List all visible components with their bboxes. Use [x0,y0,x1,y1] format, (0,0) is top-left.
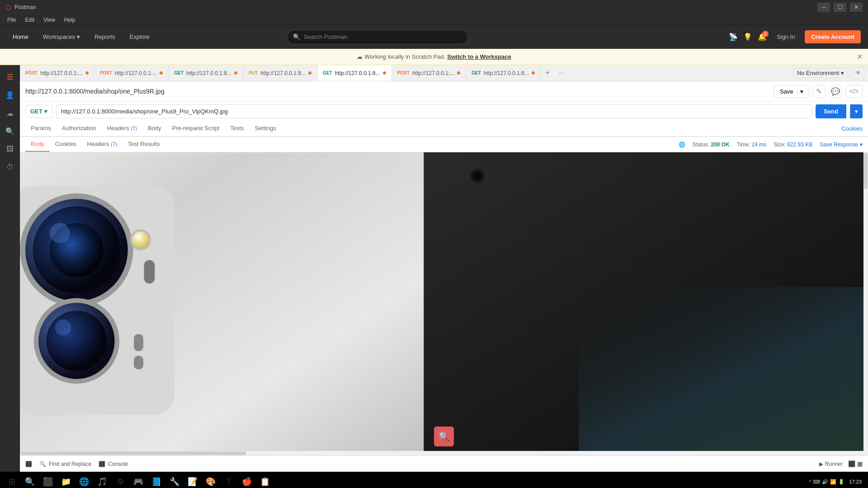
search-icon: 🔍 [293,33,300,40]
req-tab-settings[interactable]: Settings [250,121,282,136]
edit-icon[interactable]: ✎ [813,85,826,98]
svg-point-6 [50,223,70,244]
banner-close[interactable]: ✕ [857,52,863,61]
time-label: Time: 24 ms [737,141,767,148]
req-tab-authorization[interactable]: Authorization [57,121,102,136]
sign-in-link[interactable]: Sign In [772,31,799,43]
minimize-button[interactable]: ─ [817,3,830,12]
taskbar-app8[interactable]: T [221,474,237,488]
sidebar-icon-search[interactable]: 🔍 [2,123,18,139]
menu-edit[interactable]: Edit [21,16,38,24]
close-button[interactable]: ✕ [850,3,863,12]
search-placeholder: Search Postman [304,33,347,40]
taskbar-explorer[interactable]: 📁 [58,474,74,488]
taskbar-app3[interactable]: 🎮 [130,474,146,488]
find-icon: 🔍 [39,461,46,467]
save-caret-icon[interactable]: ▾ [797,88,803,95]
send-dropdown-button[interactable]: ▾ [850,104,863,118]
menu-view[interactable]: View [40,16,59,24]
tab-4[interactable]: GET http://127.0.0.1:8... [317,65,392,81]
bell-icon[interactable]: 🔔 1 [758,33,767,41]
tab-add-button[interactable]: + [541,65,555,81]
tray-volume[interactable]: 🔊 [822,479,828,485]
sidebar-icon-collections[interactable]: 👤 [2,87,18,103]
req-tab-params[interactable]: Params [25,121,57,136]
sidebar-icon-environments[interactable]: ☁ [2,105,18,121]
taskbar-app2[interactable]: ⚙ [112,474,128,488]
save-button[interactable]: Save ▾ [774,85,809,98]
runner-button[interactable]: ▶ Runner [819,461,843,467]
nav-workspaces[interactable]: Workspaces ▾ [38,31,85,43]
nav-explore[interactable]: Explore [124,31,155,43]
res-tab-testresults[interactable]: Test Results [123,137,165,152]
satellite-icon[interactable]: 📡 [729,33,738,41]
url-input[interactable] [56,104,812,118]
tab-2[interactable]: GET http://127.0.0.1:8... [169,65,243,81]
response-search-button[interactable]: 🔍 [434,427,454,446]
workspace-banner: ☁ Working locally in Scratch Pad. Switch… [0,49,868,65]
tab-5[interactable]: POST http://127.0.0.1:... [392,65,467,81]
menu-file[interactable]: File [4,16,19,24]
phone-preview-image [20,152,868,455]
res-tab-cookies[interactable]: Cookies [50,137,82,152]
comment-icon[interactable]: 💬 [829,85,842,98]
taskbar-taskview[interactable]: ⬛ [40,474,56,488]
req-tab-prerequest[interactable]: Pre-request Script [167,121,225,136]
req-tab-tests[interactable]: Tests [225,121,249,136]
taskbar-app6[interactable]: 📝 [184,474,201,488]
tab-6[interactable]: GET http://127.0.0.1:8... [466,65,541,81]
taskbar-app7[interactable]: 🎨 [203,474,219,488]
taskbar-app4[interactable]: 📘 [148,474,165,488]
nav-right: 📡 💡 🔔 1 Sign In Create Account [729,30,861,43]
tab-more-button[interactable]: ⋯ [554,65,569,81]
search-box[interactable]: 🔍 Search Postman [287,30,468,44]
split-pane-toggle[interactable]: ⬛ [25,461,32,467]
maximize-button[interactable]: ☐ [834,3,846,12]
console-button[interactable]: ⬛ Console [99,461,128,467]
taskbar-app9[interactable]: 🍎 [239,474,255,488]
req-tab-body[interactable]: Body [142,121,167,136]
main-layout: ☰ 👤 ☁ 🔍 🖼 ⏱ POST http://127.0.0.1:... PO… [0,65,868,472]
horizontal-scrollbar[interactable] [20,451,863,455]
tray-network[interactable]: 📶 [830,479,836,485]
res-tab-headers[interactable]: Headers (7) [82,137,123,152]
taskbar-app5[interactable]: 🔧 [166,474,183,488]
cookies-link[interactable]: Cookies [841,125,863,132]
vertical-scrollbar[interactable] [863,152,868,455]
lightbulb-icon[interactable]: 💡 [743,33,752,41]
save-response-button[interactable]: Save Response ▾ [820,141,863,148]
banner-link[interactable]: Switch to a Workspace [447,53,511,60]
app-title: Postman [14,4,817,10]
tab-1[interactable]: POST http://127.0.0.1:... [94,65,169,81]
taskbar-chrome[interactable]: 🌐 [76,474,92,488]
nav-home[interactable]: Home [7,31,34,43]
tab-0[interactable]: POST http://127.0.0.1:... [20,65,94,81]
taskbar-app10[interactable]: 📋 [257,474,273,488]
layout-toggle[interactable]: ⬛ ▦ [848,460,863,467]
tab-env-area: No Environment ▾ 👁 [789,65,868,81]
tray-show[interactable]: ^ [809,479,811,484]
create-account-button[interactable]: Create Account [805,30,861,43]
res-tab-body[interactable]: Body [25,137,50,152]
send-button[interactable]: Send [816,104,846,118]
method-select[interactable]: GET ▾ [25,105,52,118]
tab-url-5: http://127.0.0.1:... [412,70,454,76]
tab-3[interactable]: PUT http://127.0.0.1:8... [243,65,317,81]
globe-icon[interactable]: 🌐 [679,141,685,148]
time-value: 24 ms [752,141,767,148]
taskbar-search[interactable]: 🔍 [22,474,38,488]
code-icon[interactable]: </> [845,85,863,98]
sidebar-icon-home[interactable]: ☰ [2,69,18,85]
sidebar-icon-history[interactable]: 🖼 [2,141,18,157]
environment-selector[interactable]: No Environment ▾ [793,68,848,78]
taskbar-app1[interactable]: 🎵 [94,474,110,488]
send-bar: GET ▾ Send ▾ [20,102,868,121]
nav-reports[interactable]: Reports [89,31,121,43]
menu-help[interactable]: Help [61,16,79,24]
find-replace-button[interactable]: 🔍 Find and Replace [39,461,91,467]
sidebar-icon-clock[interactable]: ⏱ [2,159,18,175]
svg-point-10 [46,310,107,371]
taskbar-start[interactable]: ⊞ [4,474,20,488]
eye-icon[interactable]: 👁 [852,67,864,80]
req-tab-headers[interactable]: Headers (7) [102,121,142,136]
